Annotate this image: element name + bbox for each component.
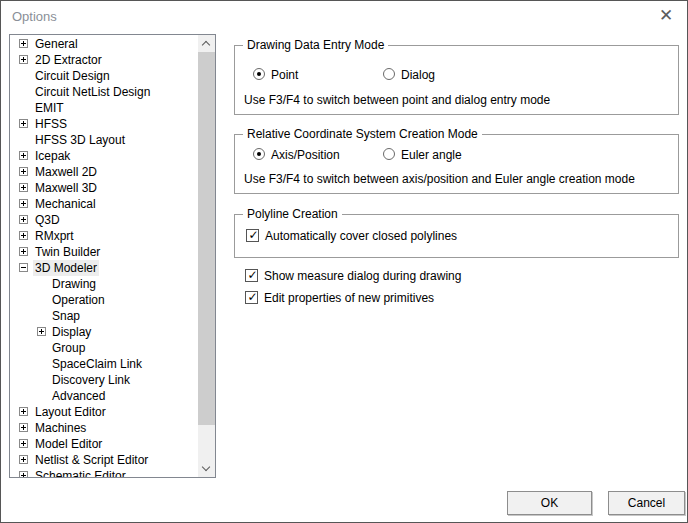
radio-point[interactable]: Point	[253, 68, 298, 82]
expand-plus-icon[interactable]	[19, 423, 28, 432]
check-icon: ✓	[247, 229, 260, 242]
expand-plus-icon[interactable]	[19, 167, 28, 176]
radio-icon[interactable]	[253, 148, 265, 160]
radio-axis-position[interactable]: Axis/Position	[253, 148, 340, 162]
tree-item-label[interactable]: General	[33, 36, 80, 52]
tree-item-mechanical[interactable]: Mechanical	[10, 196, 198, 212]
tree-item-layout-editor[interactable]: Layout Editor	[10, 404, 198, 420]
expand-plus-icon[interactable]	[19, 199, 28, 208]
checkbox-automatically-cover-closed-polylines[interactable]: ✓Automatically cover closed polylines	[246, 229, 457, 243]
tree-item-maxwell-2d[interactable]: Maxwell 2D	[10, 164, 198, 180]
tree-item-label[interactable]: Icepak	[33, 148, 72, 164]
expand-plus-icon[interactable]	[19, 439, 28, 448]
tree-item-label[interactable]: 2D Extractor	[33, 52, 104, 68]
close-icon[interactable]: ✕	[655, 5, 677, 27]
tree-item-discovery-link[interactable]: Discovery Link	[10, 372, 198, 388]
tree-item-operation[interactable]: Operation	[10, 292, 198, 308]
expand-plus-icon[interactable]	[19, 407, 28, 416]
radio-euler-angle[interactable]: Euler angle	[383, 148, 462, 162]
checkbox-edit-properties-of-new-primitives[interactable]: ✓Edit properties of new primitives	[245, 291, 434, 305]
expand-plus-icon[interactable]	[19, 119, 28, 128]
radio-icon[interactable]	[383, 68, 395, 80]
expand-plus-icon[interactable]	[19, 151, 28, 160]
tree-item-label[interactable]: Q3D	[33, 212, 62, 228]
tree-item-advanced[interactable]: Advanced	[10, 388, 198, 404]
tree-item-machines[interactable]: Machines	[10, 420, 198, 436]
checkbox-icon[interactable]: ✓	[245, 291, 258, 304]
tree-item-3d-modeler[interactable]: 3D Modeler	[10, 260, 198, 276]
tree-item-label[interactable]: Group	[50, 340, 87, 356]
tree-item-label[interactable]: HFSS	[33, 116, 69, 132]
tree-item-display[interactable]: Display	[10, 324, 198, 340]
tree-item-label[interactable]: Machines	[33, 420, 88, 436]
tree-item-label[interactable]: Netlist & Script Editor	[33, 452, 150, 468]
tree-item-general[interactable]: General	[10, 36, 198, 52]
tree-item-rmxprt[interactable]: RMxprt	[10, 228, 198, 244]
tree-item-drawing[interactable]: Drawing	[10, 276, 198, 292]
tree-item-label[interactable]: Circuit NetList Design	[33, 84, 152, 100]
tree-item-label[interactable]: Schematic Editor	[33, 468, 128, 478]
scroll-up-button[interactable]	[198, 35, 215, 52]
radio-label: Point	[271, 68, 298, 82]
tree-item-netlist-script-editor[interactable]: Netlist & Script Editor	[10, 452, 198, 468]
tree-item-snap[interactable]: Snap	[10, 308, 198, 324]
tree-item-hfss[interactable]: HFSS	[10, 116, 198, 132]
tree-item-q3d[interactable]: Q3D	[10, 212, 198, 228]
tree-item-circuit-netlist-design[interactable]: Circuit NetList Design	[10, 84, 198, 100]
title-bar: Options ✕	[1, 1, 687, 31]
tree-item-label[interactable]: Maxwell 2D	[33, 164, 99, 180]
expand-plus-icon[interactable]	[19, 471, 28, 478]
tree-item-label[interactable]: Model Editor	[33, 436, 104, 452]
expand-plus-icon[interactable]	[19, 39, 28, 48]
expand-plus-icon[interactable]	[19, 247, 28, 256]
checkbox-icon[interactable]: ✓	[246, 229, 259, 242]
tree-item-label[interactable]: Mechanical	[33, 196, 98, 212]
radio-label: Euler angle	[401, 148, 462, 162]
radio-dialog[interactable]: Dialog	[383, 68, 435, 82]
tree-item-group[interactable]: Group	[10, 340, 198, 356]
scroll-down-button[interactable]	[198, 460, 215, 477]
tree-item-label[interactable]: HFSS 3D Layout	[33, 132, 127, 148]
tree-item-label[interactable]: RMxprt	[33, 228, 76, 244]
radio-icon[interactable]	[383, 148, 395, 160]
tree-item-emit[interactable]: EMIT	[10, 100, 198, 116]
tree-item-label[interactable]: Snap	[50, 308, 82, 324]
tree-item-label[interactable]: Advanced	[50, 388, 107, 404]
tree-item-label[interactable]: Operation	[50, 292, 107, 308]
tree-item-label[interactable]: Layout Editor	[33, 404, 108, 420]
checkbox-row-edit-properties: ✓Edit properties of new primitives	[245, 291, 675, 305]
tree-item-hfss-3d-layout[interactable]: HFSS 3D Layout	[10, 132, 198, 148]
tree-item-label[interactable]: EMIT	[33, 100, 66, 116]
tree-item-label[interactable]: Discovery Link	[50, 372, 132, 388]
tree-item-model-editor[interactable]: Model Editor	[10, 436, 198, 452]
checkbox-show-measure-dialog-during-drawing[interactable]: ✓Show measure dialog during drawing	[245, 269, 461, 283]
expand-plus-icon[interactable]	[37, 327, 46, 336]
tree-item-label[interactable]: 3D Modeler	[33, 260, 99, 276]
expand-plus-icon[interactable]	[19, 183, 28, 192]
scrollbar-thumb[interactable]	[198, 52, 215, 425]
tree-item-maxwell-3d[interactable]: Maxwell 3D	[10, 180, 198, 196]
tree-item-label[interactable]: Display	[50, 324, 93, 340]
expand-plus-icon[interactable]	[19, 55, 28, 64]
tree-item-label[interactable]: Drawing	[50, 276, 98, 292]
tree-item-label[interactable]: SpaceClaim Link	[50, 356, 144, 372]
ok-button[interactable]: OK	[507, 491, 592, 515]
tree-item-spaceclaim-link[interactable]: SpaceClaim Link	[10, 356, 198, 372]
expand-plus-icon[interactable]	[19, 231, 28, 240]
tree-item-twin-builder[interactable]: Twin Builder	[10, 244, 198, 260]
tree-item-schematic-editor[interactable]: Schematic Editor	[10, 468, 198, 478]
tree-item-icepak[interactable]: Icepak	[10, 148, 198, 164]
tree-item-label[interactable]: Twin Builder	[33, 244, 102, 260]
tree-item-circuit-design[interactable]: Circuit Design	[10, 68, 198, 84]
tree-item-label[interactable]: Circuit Design	[33, 68, 112, 84]
cancel-button[interactable]: Cancel	[608, 491, 685, 515]
checkbox-icon[interactable]: ✓	[245, 269, 258, 282]
expand-plus-icon[interactable]	[19, 215, 28, 224]
expand-plus-icon[interactable]	[19, 455, 28, 464]
group-polyline-creation: Polyline Creation ✓Automatically cover c…	[234, 214, 679, 258]
tree-scrollbar[interactable]	[198, 35, 215, 477]
collapse-minus-icon[interactable]	[19, 263, 28, 272]
radio-icon[interactable]	[253, 68, 265, 80]
tree-item-label[interactable]: Maxwell 3D	[33, 180, 99, 196]
tree-item-2d-extractor[interactable]: 2D Extractor	[10, 52, 198, 68]
